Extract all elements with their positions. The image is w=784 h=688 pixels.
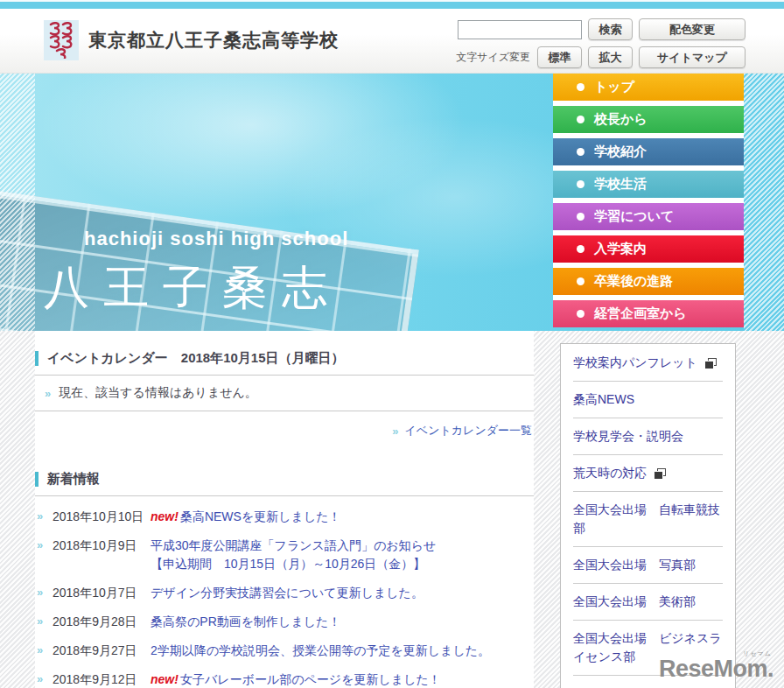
bullet-icon [577, 83, 584, 91]
menu-item-learning[interactable]: 学習について [553, 203, 744, 230]
chevron-icon: » [37, 537, 52, 554]
news-row: » 2018年10月10日 new!桑高NEWSを更新しました！ [35, 502, 534, 531]
news-link[interactable]: 平成30年度公開講座「フランス語入門」のお知らせ【申込期間 10月15日（月）～… [150, 537, 534, 573]
chevron-icon: » [37, 642, 52, 659]
brand[interactable]: 東京都立八王子桑志高等学校 [44, 20, 339, 60]
fontsize-standard-button[interactable]: 標準 [537, 46, 582, 68]
fontsize-row: 文字サイズ変更 標準 拡大 サイトマップ [456, 46, 746, 68]
news-row: » 2018年9月28日 桑高祭のPR動画を制作しました！ [35, 607, 534, 636]
page: 東京都立八王子桑志高等学校 検索 配色変更 文字サイズ変更 標準 拡大 サイトマ… [0, 0, 784, 688]
bullet-icon [577, 116, 584, 123]
event-calendar-heading: イベントカレンダー 2018年10月15日（月曜日） [35, 343, 534, 376]
bullet-icon [577, 180, 584, 188]
sidebar-link-tour-session[interactable]: 学校見学会・説明会 [573, 418, 723, 455]
menu-item-admission[interactable]: 入学案内 [553, 235, 744, 263]
bullet-icon [577, 245, 584, 253]
sidebar-link-news[interactable]: 桑高NEWS [573, 382, 723, 418]
fontsize-label: 文字サイズ変更 [456, 50, 530, 65]
bullet-icon [577, 148, 584, 156]
heading-bar [35, 472, 38, 487]
hero-banner: hachioji soshi high school 八王子桑志 トップ 校長か… [0, 74, 784, 331]
news-row: » 2018年9月27日 2学期以降の学校説明会、授業公開等の予定を更新しました… [35, 636, 534, 665]
top-cyan-bar [0, 2, 784, 9]
news-row: » 2018年10月7日 デザイン分野実技講習会について更新しました。 [35, 579, 534, 607]
news-link[interactable]: new!女子バレーボール部のページを更新しました！ [150, 670, 534, 688]
event-calendar-empty-row: » 現在、該当する情報はありません。 [35, 376, 534, 411]
hero-stripe-right [744, 74, 784, 331]
menu-label: 卒業後の進路 [594, 273, 673, 290]
menu-item-management-office[interactable]: 経営企画室から [553, 300, 744, 327]
news-list: » 2018年10月10日 new!桑高NEWSを更新しました！ » 2018年… [35, 496, 534, 688]
menu-label: 学校紹介 [594, 144, 647, 160]
bullet-icon [577, 277, 584, 285]
news-row: » 2018年9月12日 new!女子バレーボール部のページを更新しました！ [35, 665, 534, 688]
resemom-logo: リセマム ReseMom. [659, 656, 774, 683]
news-heading: 新着情報 [35, 464, 534, 496]
sidebar-link-photo-club[interactable]: 全国大会出場 写真部 [573, 547, 723, 584]
menu-item-top[interactable]: トップ [553, 74, 744, 101]
news-row: » 2018年10月9日 平成30年度公開講座「フランス語入門」のお知らせ【申込… [35, 531, 534, 579]
news-date: 2018年10月7日 [52, 584, 150, 602]
content-area: イベントカレンダー 2018年10月15日（月曜日） » 現在、該当する情報はあ… [0, 331, 784, 688]
school-name: 東京都立八王子桑志高等学校 [88, 28, 339, 53]
menu-label: トップ [594, 79, 634, 95]
menu-label: 校長から [594, 111, 648, 128]
menu-item-career[interactable]: 卒業後の進路 [553, 268, 744, 295]
hero-subtitle-en: hachioji soshi high school [84, 228, 348, 250]
menu-label: 入学案内 [594, 241, 647, 257]
header-controls: 検索 配色変更 文字サイズ変更 標準 拡大 サイトマップ [456, 18, 746, 68]
chevron-icon: » [37, 613, 52, 630]
main-menu: トップ 校長から 学校紹介 学校生活 学習について 入学案内 [553, 74, 744, 327]
new-badge: new! [150, 672, 178, 686]
chevron-icon: » [37, 584, 52, 601]
color-scheme-button[interactable]: 配色変更 [639, 18, 746, 40]
sidebar-link-stormy-weather[interactable]: 荒天時の対応 [573, 455, 723, 492]
sidebar-links-box: 学校案内パンフレット 桑高NEWS 学校見学会・説明会 荒天時の対応 全国大会出… [560, 343, 736, 688]
main-column: イベントカレンダー 2018年10月15日（月曜日） » 現在、該当する情報はあ… [35, 331, 534, 688]
hero-title-ja: 八王子桑志 [44, 257, 348, 319]
document-icon [704, 358, 717, 369]
news-link[interactable]: new!桑高NEWSを更新しました！ [150, 508, 534, 526]
new-badge: new! [150, 509, 178, 523]
resemom-ruby: リセマム [743, 649, 772, 658]
chevron-icon: » [392, 425, 398, 438]
news-date: 2018年10月9日 [52, 537, 150, 555]
fontsize-large-button[interactable]: 拡大 [588, 46, 633, 68]
hero-text: hachioji soshi high school 八王子桑志 [44, 228, 348, 319]
sidebar-link-pamphlet[interactable]: 学校案内パンフレット [573, 345, 723, 382]
menu-item-school-intro[interactable]: 学校紹介 [553, 138, 744, 165]
sidebar-link-art-club[interactable]: 全国大会出場 美術部 [573, 584, 723, 621]
chevron-icon: » [45, 387, 51, 400]
bullet-icon [577, 213, 584, 221]
sitemap-button[interactable]: サイトマップ [639, 46, 746, 68]
school-logo-icon [44, 20, 79, 60]
menu-label: 学習について [594, 208, 674, 225]
sidebar-link-cycling-club[interactable]: 全国大会出場 自転車競技部 [573, 492, 723, 547]
chevron-icon: » [37, 508, 52, 525]
search-row: 検索 配色変更 [458, 18, 746, 40]
event-empty-message: 現在、該当する情報はありません。 [59, 385, 257, 401]
news-link[interactable]: 桑高祭のPR動画を制作しました！ [150, 613, 534, 631]
search-input[interactable] [458, 20, 582, 39]
news-link[interactable]: 2学期以降の学校説明会、授業公開等の予定を更新しました。 [150, 642, 534, 660]
news-date: 2018年9月27日 [52, 642, 150, 660]
search-button[interactable]: 検索 [588, 18, 633, 40]
bullet-icon [577, 310, 584, 318]
chevron-icon: » [37, 670, 52, 688]
menu-item-principal[interactable]: 校長から [553, 106, 744, 133]
menu-item-school-life[interactable]: 学校生活 [553, 171, 744, 198]
watermark: リセマム ReseMom. [659, 656, 774, 683]
news-date: 2018年9月12日 [52, 670, 150, 688]
menu-label: 学校生活 [594, 176, 647, 193]
news-heading-text: 新着情報 [47, 471, 100, 488]
heading-bar [35, 351, 38, 366]
menu-label: 経営企画室から [594, 305, 687, 322]
event-calendar-list-link[interactable]: イベントカレンダー一覧 [405, 423, 532, 439]
document-icon [654, 468, 666, 479]
news-link[interactable]: デザイン分野実技講習会について更新しました。 [150, 584, 534, 602]
header: 東京都立八王子桑志高等学校 検索 配色変更 文字サイズ変更 標準 拡大 サイトマ… [0, 9, 784, 74]
news-date: 2018年9月28日 [52, 613, 150, 631]
news-date: 2018年10月10日 [52, 508, 150, 526]
hero-stripe-left [0, 74, 35, 331]
event-calendar-link-row: » イベントカレンダー一覧 [35, 411, 534, 439]
